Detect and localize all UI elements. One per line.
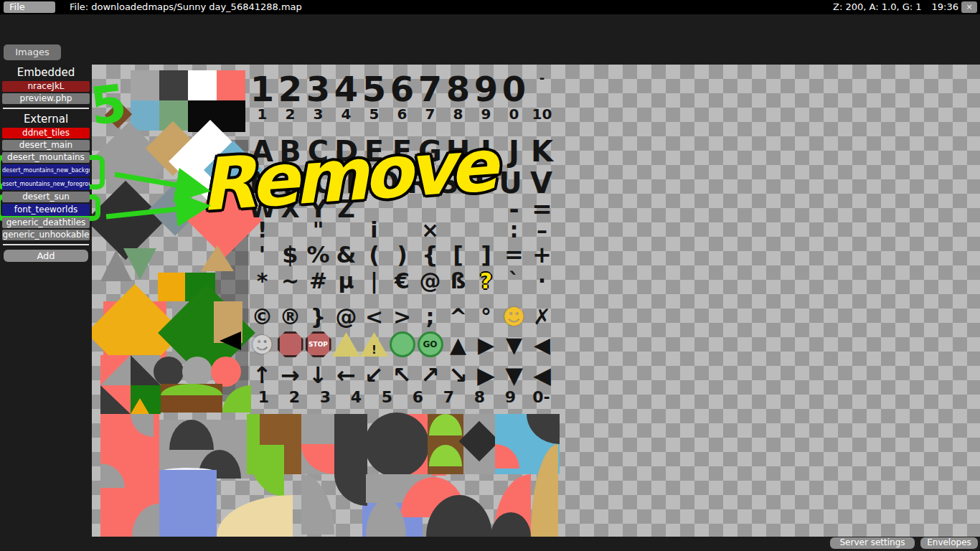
close-button[interactable]: × [961, 1, 977, 13]
font-glyph: 3 [304, 105, 332, 123]
font-glyph: 5 [360, 70, 388, 108]
map-canvas[interactable]: 1234567890-123456789010ABCDEFGHIJKMNOPQR… [92, 65, 980, 537]
font-glyph: ? [472, 268, 500, 293]
tee-icon-yellow: ☻ [503, 304, 525, 329]
font-glyph: ↗ [416, 362, 444, 389]
font-glyph: 1 [248, 387, 279, 406]
section-header-embedded: Embedded [1, 66, 90, 79]
map-tile [334, 414, 367, 474]
top-menu-bar: File File: downloadedmaps/Sunny day_5684… [0, 0, 980, 14]
font-glyph: { [416, 241, 444, 268]
font-glyph: 6 [388, 105, 416, 123]
warning-icon: ! [360, 332, 388, 357]
font-glyph: ↘ [444, 362, 472, 389]
image-item-nraceJkL[interactable]: nraceJkL [2, 81, 90, 92]
font-glyph: → [276, 362, 304, 389]
map-tile [334, 474, 367, 506]
font-glyph: 4 [332, 105, 360, 123]
server-settings-button[interactable]: Server settings [830, 537, 915, 549]
font-glyph: 7 [416, 70, 444, 108]
image-item-esert_mountains_new_foreground[interactable]: esert_mountains_new_foreground [2, 178, 90, 190]
add-image-button[interactable]: Add [4, 250, 88, 262]
font-glyph: 4 [332, 70, 360, 108]
font-row-10: ↑→↓←↙↖↗↘▶▼◀ [248, 362, 556, 389]
image-item-desert_main[interactable]: desert_main [2, 140, 90, 151]
font-glyph: i [360, 217, 388, 242]
image-item-desert_sun[interactable]: desert_sun [2, 192, 90, 202]
font-glyph: € [388, 268, 416, 293]
font-glyph: ▶ [472, 329, 500, 360]
font-glyph: ◀ [528, 329, 556, 360]
image-item-desert_mountains[interactable]: desert_mountains [2, 152, 90, 163]
font-glyph: 10 [528, 105, 556, 123]
map-editor-window: File File: downloadedmaps/Sunny day_5684… [0, 0, 980, 551]
font-glyph: ! [360, 329, 388, 360]
map-tile [159, 470, 217, 537]
image-item-generic_deathtiles[interactable]: generic_deathtiles [2, 217, 90, 228]
font-glyph: © [248, 303, 276, 330]
separator [3, 244, 89, 245]
font-row-7: *~#µ|€@ß?`· [248, 268, 556, 293]
font-glyph: ☻ [500, 303, 528, 330]
image-item-ddnet_tiles[interactable]: ddnet_tiles [2, 128, 90, 138]
image-item-font_teeworlds[interactable]: font_teeworlds [2, 204, 90, 216]
go-sign-icon: GO [418, 331, 443, 357]
tab-images[interactable]: Images [4, 44, 61, 60]
font-glyph: ' [248, 241, 276, 268]
font-glyph: < [360, 303, 388, 330]
font-glyph: 5 [372, 387, 402, 406]
clock-label: 19:36 [932, 1, 958, 14]
font-glyph: GO [416, 329, 444, 360]
map-tile [182, 357, 212, 387]
font-glyph: - [528, 70, 556, 108]
font-glyph: 2 [276, 105, 304, 123]
triangle-icon [332, 332, 360, 357]
image-item-preview.php[interactable]: preview.php [2, 93, 90, 104]
font-glyph: K [528, 135, 556, 168]
font-glyph: % [304, 241, 332, 268]
font-glyph: ▼ [500, 329, 528, 360]
font-glyph: 7 [433, 387, 464, 406]
font-glyph [332, 217, 360, 242]
font-glyph: ° [472, 303, 500, 330]
font-glyph: 3 [310, 387, 341, 406]
font-glyph: · [528, 268, 556, 293]
separator [3, 108, 89, 109]
font-row-0: 1234567890- [248, 70, 556, 108]
image-item-desert_mountains_new_background[interactable]: desert_mountains_new_background [2, 164, 90, 176]
font-glyph: ] [472, 241, 500, 268]
font-glyph: 9 [472, 105, 500, 123]
font-glyph: [ [444, 241, 472, 268]
font-glyph: > [388, 303, 416, 330]
font-glyph: 9 [472, 70, 500, 108]
font-glyph: 2 [276, 70, 304, 108]
section-header-external: External [1, 113, 90, 126]
font-glyph: ß [444, 268, 472, 293]
image-item-generic_unhookable[interactable]: generic_unhookable [2, 230, 90, 240]
file-path-label: File: downloadedmaps/Sunny day_56841288.… [70, 1, 302, 14]
map-tile [131, 100, 159, 131]
font-glyph: ) [388, 241, 416, 268]
font-row-8: ©®}@<>;^°☻✗ [248, 303, 556, 330]
font-glyph: & [332, 241, 360, 268]
font-glyph [332, 329, 360, 360]
map-tile [217, 495, 293, 537]
font-glyph: 8 [464, 387, 495, 406]
font-glyph: 6 [388, 70, 416, 108]
map-tile [154, 357, 184, 387]
green-circle-icon [390, 331, 415, 357]
zoom-alpha-grid-label: Z: 200, A: 1.0, G: 1 [833, 1, 921, 14]
font-glyph: + [528, 241, 556, 268]
font-glyph: ▶ [472, 362, 500, 389]
envelopes-button[interactable]: Envelopes [920, 537, 978, 549]
map-tile [159, 70, 188, 100]
map-tile [211, 357, 241, 387]
font-glyph: ▼ [500, 362, 528, 389]
file-menu-button[interactable]: File [4, 1, 55, 13]
font-glyph: " [304, 217, 332, 242]
font-glyph [472, 217, 500, 242]
font-glyph: 7 [416, 105, 444, 123]
font-glyph: } [304, 303, 332, 330]
font-glyph: ☻ [248, 329, 276, 360]
bottom-bar: Server settings Envelopes [0, 537, 980, 551]
